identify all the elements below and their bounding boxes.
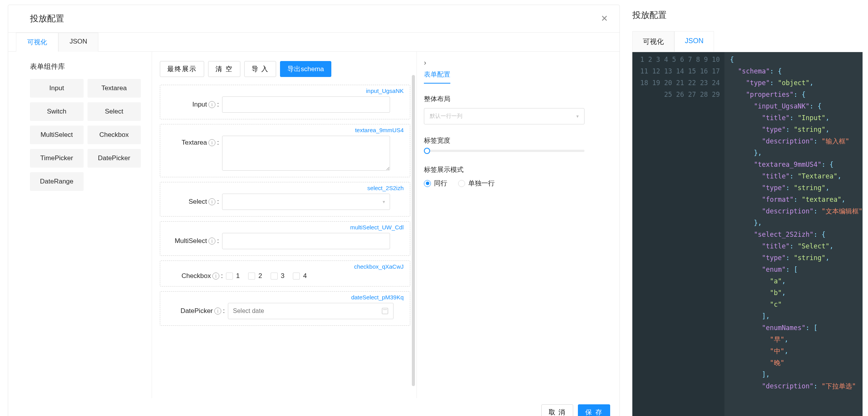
date-input[interactable] (228, 303, 394, 319)
field-label: Input i : (166, 101, 219, 108)
canvas-item-id: checkbox_qXaCwJ (166, 263, 404, 270)
layout-label: 整体布局 (424, 94, 584, 103)
checkbox-icon (248, 273, 255, 280)
checkbox-option[interactable]: 4 (293, 272, 306, 280)
widget-multiselect[interactable]: MultiSelect (30, 126, 84, 144)
field-label: Textarea i : (166, 136, 219, 147)
textarea-field[interactable] (222, 136, 390, 171)
widget-daterange[interactable]: DateRange (30, 172, 84, 191)
info-icon: i (212, 273, 219, 280)
multiselect-field[interactable] (222, 233, 390, 249)
widget-input[interactable]: Input (30, 79, 84, 98)
chevron-down-icon: ▾ (383, 199, 385, 205)
datepicker-field[interactable] (228, 303, 394, 319)
field-label: MultiSelect i : (166, 237, 219, 245)
canvas-item[interactable]: checkbox_qXaCwJ Checkbox i : 1 2 3 4 (160, 260, 410, 287)
radio-block[interactable]: 单独一行 (458, 179, 495, 188)
field-label: Checkbox i : (166, 272, 223, 280)
info-icon: i (208, 198, 215, 205)
radio-icon (424, 180, 431, 187)
info-icon: i (208, 101, 215, 108)
widget-library-title: 表单组件库 (30, 62, 141, 71)
widget-timepicker[interactable]: TimePicker (30, 149, 84, 168)
radio-icon (458, 180, 465, 187)
canvas-item-id: dateSelect_pM39Kq (166, 294, 404, 301)
canvas-item[interactable]: select_2S2izh Select i : ▾ (160, 182, 410, 217)
modal-header: 投放配置 ✕ (8, 5, 620, 33)
right-tab-visual[interactable]: 可视化 (632, 31, 674, 52)
label-width-label: 标签宽度 (424, 136, 584, 145)
widget-switch[interactable]: Switch (30, 102, 84, 121)
canvas-toolbar: 最终展示 清 空 导 入 导出schema (160, 61, 410, 77)
clear-button[interactable]: 清 空 (208, 61, 240, 77)
widget-library: 表单组件库 Input Textarea Switch Select Multi… (8, 52, 152, 398)
save-button[interactable]: 保 存 (578, 404, 610, 416)
right-tab-json[interactable]: JSON (674, 31, 714, 52)
canvas-item-id: multiSelect_UW_Cdl (166, 224, 404, 231)
widget-checkbox[interactable]: Checkbox (88, 126, 141, 144)
select-field[interactable]: ▾ (222, 194, 390, 210)
import-button[interactable]: 导 入 (244, 61, 276, 77)
close-icon[interactable]: ✕ (601, 14, 608, 24)
radio-inline[interactable]: 同行 (424, 179, 447, 188)
widget-datepicker[interactable]: DatePicker (88, 149, 141, 168)
scrollbar-thumb[interactable] (412, 75, 415, 386)
right-tabs: 可视化 JSON (632, 31, 863, 52)
modal-title: 投放配置 (30, 13, 64, 24)
info-icon: i (208, 139, 215, 146)
canvas-item-id: input_UgsaNK (166, 87, 404, 94)
tab-visual[interactable]: 可视化 (16, 33, 58, 52)
checkbox-option[interactable]: 1 (226, 272, 240, 280)
field-label: DatePicker i : (166, 307, 225, 315)
checkbox-option[interactable]: 2 (248, 272, 262, 280)
label-mode-label: 标签展示模式 (424, 165, 584, 174)
final-view-button[interactable]: 最终展示 (160, 61, 204, 77)
form-settings-panel: › 表单配置 整体布局 默认一行一列 ▾ 标签宽度 标签展示模式 同行 单独一行 (416, 52, 595, 398)
label-mode-radios: 同行 单独一行 (424, 179, 584, 188)
label-width-slider[interactable] (424, 150, 584, 152)
export-schema-button[interactable]: 导出schema (280, 61, 331, 77)
info-icon: i (214, 308, 221, 315)
canvas-item[interactable]: input_UgsaNK Input i : (160, 85, 410, 119)
layout-select[interactable]: 默认一行一列 ▾ (424, 108, 584, 124)
collapse-icon[interactable]: › (424, 59, 584, 67)
field-label: Select i : (166, 198, 219, 206)
info-icon: i (208, 238, 215, 245)
calendar-icon (382, 308, 388, 314)
widget-textarea[interactable]: Textarea (88, 79, 141, 98)
chevron-down-icon: ▾ (576, 114, 579, 119)
widget-select[interactable]: Select (88, 102, 141, 121)
modal-footer: 取 消 保 存 (8, 398, 620, 416)
checkbox-option[interactable]: 3 (271, 272, 284, 280)
config-modal: 投放配置 ✕ 可视化 JSON 表单组件库 Input Textarea Swi… (8, 5, 620, 416)
canvas-item[interactable]: textarea_9mmUS4 Textarea i : (160, 124, 410, 177)
canvas-item[interactable]: dateSelect_pM39Kq DatePicker i : (160, 291, 410, 326)
canvas-item[interactable]: multiSelect_UW_Cdl MultiSelect i : (160, 221, 410, 256)
canvas-item-id: select_2S2izh (166, 185, 404, 191)
input-field[interactable] (222, 96, 390, 113)
code-content[interactable]: { "schema": { "type": "object", "propert… (724, 52, 863, 416)
checkbox-group: 1 2 3 4 (226, 272, 307, 280)
form-canvas: 最终展示 清 空 导 入 导出schema input_UgsaNK Input… (152, 52, 416, 398)
tab-json[interactable]: JSON (58, 33, 98, 52)
modal-tabs: 可视化 JSON (8, 33, 620, 52)
checkbox-icon (271, 273, 278, 280)
canvas-item-id: textarea_9mmUS4 (166, 127, 404, 133)
scrollbar[interactable] (412, 75, 415, 394)
settings-tab[interactable]: 表单配置 (424, 70, 450, 84)
checkbox-icon (293, 273, 300, 280)
right-panel: 投放配置 可视化 JSON 1 2 3 4 5 6 7 8 9 10 11 12… (620, 0, 868, 416)
code-editor[interactable]: 1 2 3 4 5 6 7 8 9 10 11 12 13 14 15 16 1… (632, 52, 863, 416)
checkbox-icon (226, 273, 233, 280)
cancel-button[interactable]: 取 消 (541, 404, 574, 416)
slider-handle[interactable] (424, 148, 430, 154)
code-gutter: 1 2 3 4 5 6 7 8 9 10 11 12 13 14 15 16 1… (632, 52, 724, 416)
right-title: 投放配置 (632, 9, 863, 21)
